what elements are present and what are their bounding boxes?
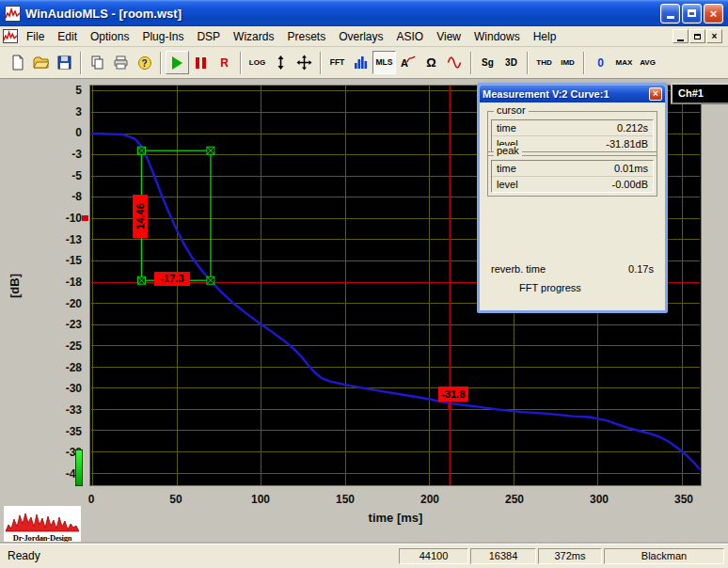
- channel-legend[interactable]: Ch#1: [671, 83, 728, 104]
- mdi-minimize-button[interactable]: [673, 29, 688, 43]
- peak-group-label: peak: [494, 146, 522, 156]
- sweep-icon: A: [400, 55, 416, 71]
- bar-chart-icon: [353, 55, 369, 71]
- y-axis-title: [dB]: [8, 265, 23, 307]
- avg-button[interactable]: AVG: [636, 51, 659, 74]
- copy-icon: [89, 55, 105, 71]
- menu-edit[interactable]: Edit: [51, 27, 84, 46]
- save-button[interactable]: [53, 51, 76, 74]
- maximize-icon: [688, 9, 696, 17]
- toolbar-separator: [583, 52, 585, 74]
- y-tick-label: -40: [3, 467, 82, 481]
- minimize-icon: [667, 16, 674, 19]
- dialog-close-button[interactable]: ×: [649, 87, 662, 101]
- dialog-title-bar[interactable]: Measurement V:2 Curve:1 ×: [480, 86, 665, 103]
- menu-plug-ins[interactable]: Plug-Ins: [135, 27, 190, 46]
- peak-level-row: level -0.00dB: [492, 176, 653, 192]
- minimize-button[interactable]: [660, 4, 680, 24]
- cursor-tick: [448, 403, 451, 410]
- reverb-time-label: reverb. time: [491, 263, 546, 275]
- cursor-level-marker-label[interactable]: -31.8: [438, 387, 468, 402]
- pause-button[interactable]: [189, 51, 213, 74]
- menu-file[interactable]: File: [20, 27, 51, 46]
- vertical-range-button[interactable]: [269, 51, 293, 74]
- channel-label: Ch#1: [678, 88, 704, 99]
- status-duration: 372ms: [538, 548, 602, 564]
- x-tick-label: 150: [324, 493, 366, 506]
- log-scale-button[interactable]: LOG: [245, 51, 269, 74]
- toolbar: ? R LOG FFT MLS A Ω Sg 3D THD IMD: [0, 47, 728, 79]
- print-button[interactable]: [109, 51, 133, 74]
- new-document-icon: [9, 55, 25, 71]
- close-button[interactable]: ×: [704, 4, 723, 24]
- max-button[interactable]: MAX: [612, 51, 636, 74]
- y-tick-label: -23: [3, 318, 82, 331]
- spectrogram-button[interactable]: Sg: [476, 51, 499, 74]
- fft-button[interactable]: FFT: [325, 51, 349, 74]
- status-ready: Ready: [8, 550, 40, 561]
- x-tick-label: 200: [409, 493, 451, 506]
- peak-fields: time 0.01ms level -0.00dB: [491, 160, 654, 193]
- open-button[interactable]: [29, 51, 53, 74]
- y-tick-label: 5: [3, 84, 82, 97]
- print-icon: [113, 55, 129, 71]
- status-samplerate: 44100: [399, 548, 468, 564]
- menu-asio[interactable]: ASIO: [389, 27, 430, 46]
- menu-wizards[interactable]: Wizards: [227, 27, 280, 46]
- x-tick-label: 350: [663, 493, 704, 506]
- zero-button[interactable]: 0: [589, 51, 612, 74]
- play-button[interactable]: [166, 51, 189, 74]
- menu-windows[interactable]: Windows: [467, 27, 527, 46]
- peak-level-value: -0.00dB: [611, 179, 648, 190]
- pan-button[interactable]: [293, 51, 316, 74]
- y-tick-label: -30: [3, 382, 82, 395]
- thd-button[interactable]: THD: [532, 51, 556, 74]
- threed-button[interactable]: 3D: [499, 51, 523, 74]
- imd-button[interactable]: IMD: [556, 51, 579, 74]
- menu-view[interactable]: View: [430, 27, 467, 46]
- toolbar-separator: [527, 52, 529, 74]
- document-icon[interactable]: [3, 29, 18, 43]
- menu-overlays[interactable]: Overlays: [332, 27, 389, 46]
- status-fft-size: 16384: [470, 548, 536, 564]
- delta-level-marker-label[interactable]: 14.46: [133, 195, 148, 238]
- floor-level-marker-label[interactable]: -17.3: [154, 272, 190, 286]
- maximize-button[interactable]: [682, 4, 702, 24]
- sweep-button[interactable]: A: [396, 51, 419, 74]
- peak-time-value: 0.01ms: [614, 163, 648, 174]
- signal-generator-button[interactable]: [443, 51, 467, 74]
- help-button[interactable]: ?: [133, 51, 156, 74]
- copy-button[interactable]: [86, 51, 109, 74]
- mls-button[interactable]: MLS: [372, 51, 396, 74]
- toolbar-separator: [320, 52, 322, 74]
- toolbar-separator: [80, 52, 82, 74]
- mdi-restore-icon: [694, 34, 701, 39]
- x-axis-title: time [ms]: [89, 511, 702, 525]
- menu-options[interactable]: Options: [84, 27, 135, 46]
- measurement-dialog[interactable]: Measurement V:2 Curve:1 × cursor time 0.…: [477, 83, 668, 313]
- menu-help[interactable]: Help: [527, 27, 563, 46]
- record-button[interactable]: R: [213, 51, 236, 74]
- menu-bar: File Edit Options Plug-Ins DSP Wizards P…: [0, 26, 728, 47]
- open-folder-icon: [33, 55, 49, 71]
- app-window: WinAudioMLS - [room.wst] × File Edit Opt…: [0, 0, 728, 568]
- y-tick-label: -38: [3, 446, 82, 459]
- mdi-close-button[interactable]: ×: [706, 29, 722, 43]
- spectrum-button[interactable]: [349, 51, 372, 74]
- new-button[interactable]: [6, 51, 29, 74]
- x-tick-label: 0: [71, 493, 112, 506]
- vendor-logo: Dr-Jordan-Design: [4, 506, 81, 544]
- y-tick-label: -10: [3, 212, 82, 225]
- cursor-time-value: 0.212s: [617, 122, 648, 134]
- vertical-arrows-icon: [273, 55, 289, 71]
- peak-level-label: level: [497, 179, 518, 190]
- y-tick-label: -13: [3, 233, 82, 246]
- title-bar: WinAudioMLS - [room.wst] ×: [0, 0, 728, 26]
- input-level-meter: [75, 450, 83, 486]
- menu-presets[interactable]: Presets: [280, 27, 332, 46]
- impedance-button[interactable]: Ω: [419, 51, 443, 74]
- mdi-minimize-icon: [677, 39, 684, 41]
- y-tick-label: 0: [3, 126, 82, 139]
- menu-dsp[interactable]: DSP: [190, 27, 227, 46]
- mdi-restore-button[interactable]: [689, 29, 705, 43]
